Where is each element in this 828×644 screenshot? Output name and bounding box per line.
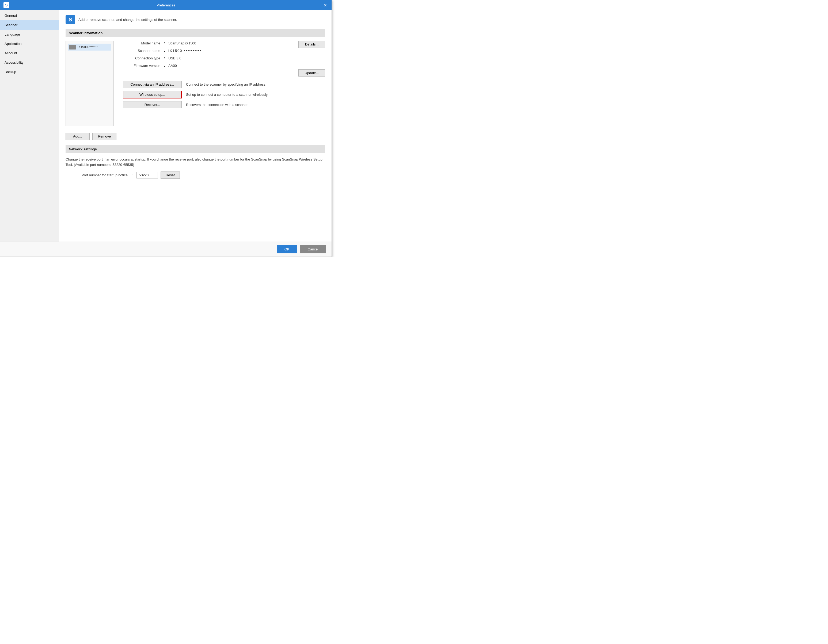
scanner-name-row: Scanner name ： iX1500-•••••••••• [123,48,298,53]
title-bar: S Preferences ✕ [0,0,332,10]
scansnap-logo-icon: S [66,15,75,24]
recover-button[interactable]: Recover... [123,101,182,108]
firmware-row: Firmware version ： AA00 [123,63,298,68]
details-button[interactable]: Details... [298,41,325,48]
remove-scanner-button[interactable]: Remove [93,133,116,140]
scanner-details-top: Model name ： ScanSnap iX1500 Scanner nam… [123,41,325,77]
connection-type-row: Connection type ： USB 3.0 [123,56,298,61]
app-logo-icon: S [3,2,9,8]
scanner-list-panel: iX1500-•••••••• Add... Remove [66,41,116,140]
connection-label: Connection type [123,56,160,60]
scanner-name-label: Scanner name [123,49,160,53]
wireless-setup-row: Wireless setup... Set up to connect a co… [123,91,325,99]
network-description: Change the receive port if an error occu… [66,157,325,167]
model-name-label: Model name [123,41,160,45]
main-content: S Add or remove scanner, and change the … [59,10,332,241]
connection-colon: ： [160,56,168,61]
window-title: Preferences [157,3,175,7]
header-row: S Add or remove scanner, and change the … [66,15,325,24]
title-bar-controls: ✕ [322,2,328,8]
model-name-row: Model name ： ScanSnap iX1500 [123,41,298,45]
wireless-setup-button[interactable]: Wireless setup... [123,91,182,99]
scanner-name-value: iX1500-•••••••••• [168,49,202,53]
firmware-colon: ： [160,63,168,68]
sidebar: General Scanner Language Application Acc… [0,10,59,241]
sidebar-item-language[interactable]: Language [0,30,59,39]
sidebar-item-backup[interactable]: Backup [0,67,59,77]
firmware-label: Firmware version [123,64,160,68]
port-number-input[interactable] [136,172,158,179]
header-description: Add or remove scanner, and change the se… [78,18,177,22]
scanner-details-panel: Model name ： ScanSnap iX1500 Scanner nam… [123,41,325,140]
action-buttons-area: Connect via an IP address... Connect to … [123,81,325,108]
sidebar-item-accessibility[interactable]: Accessibility [0,58,59,67]
scanner-thumbnail[interactable]: iX1500-•••••••• [66,41,114,126]
close-button[interactable]: ✕ [322,2,328,8]
window-body: General Scanner Language Application Acc… [0,10,332,241]
recover-desc: Recovers the connection with a scanner. [186,103,248,107]
wireless-setup-desc: Set up to connect a computer to a scanne… [186,92,268,97]
scanner-details-info: Model name ： ScanSnap iX1500 Scanner nam… [123,41,298,71]
sidebar-item-general[interactable]: General [0,11,59,20]
scanner-list-buttons: Add... Remove [66,133,116,140]
svg-text:S: S [69,17,72,22]
sidebar-item-application[interactable]: Application [0,39,59,49]
preferences-window: S Preferences ✕ General Scanner Language… [0,0,332,257]
network-section-header: Network settings [66,145,325,153]
connect-ip-row: Connect via an IP address... Connect to … [123,81,325,88]
add-scanner-button[interactable]: Add... [66,133,89,140]
reset-button[interactable]: Reset [161,171,180,179]
sidebar-item-account[interactable]: Account [0,49,59,58]
connect-ip-button[interactable]: Connect via an IP address... [123,81,182,88]
side-buttons: Details... Update... [298,41,325,77]
port-label: Port number for startup notice [82,173,128,177]
port-row: Port number for startup notice ： Reset [82,171,325,179]
cancel-button[interactable]: Cancel [300,245,326,253]
svg-text:S: S [5,3,8,7]
ok-button[interactable]: OK [277,245,297,253]
title-bar-left: S [3,2,9,8]
scanner-name-colon: ： [160,48,168,53]
recover-row: Recover... Recovers the connection with … [123,101,325,108]
network-section: Network settings Change the receive port… [66,145,325,179]
update-button[interactable]: Update... [298,69,325,77]
firmware-value: AA00 [168,64,177,68]
scanner-info-section-header: Scanner information [66,29,325,37]
connect-ip-desc: Connect to the scanner by specifying an … [186,82,266,86]
footer: OK Cancel [0,241,332,257]
scanner-thumb-name: iX1500-•••••••• [78,45,98,49]
scanner-info-inner: iX1500-•••••••• Add... Remove [66,41,325,140]
scanner-thumb-label: iX1500-•••••••• [68,44,111,50]
sidebar-item-scanner[interactable]: Scanner [0,20,59,30]
connection-value: USB 3.0 [168,56,181,60]
model-name-value: ScanSnap iX1500 [168,41,196,45]
port-separator: ： [130,173,134,178]
scanner-device-icon [69,45,76,50]
scanner-info-section: Scanner information iX1500-•••••••• Add.… [66,29,325,140]
model-colon: ： [160,41,168,45]
